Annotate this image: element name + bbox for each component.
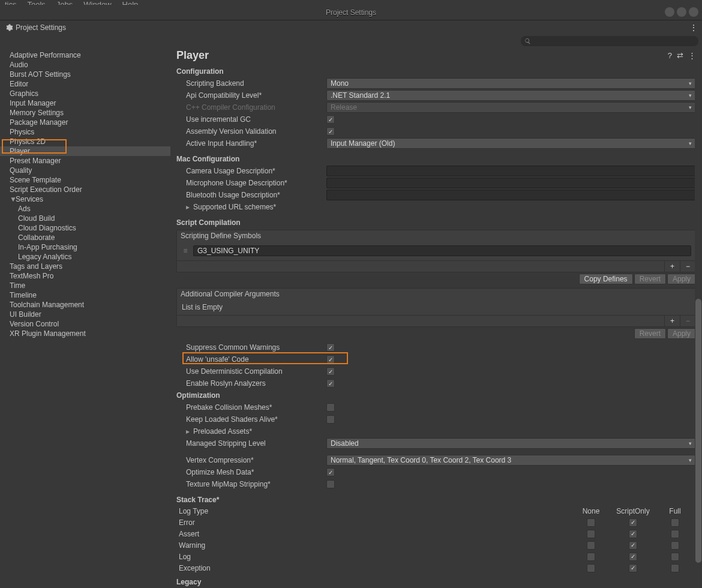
sidebar-item-burst-aot-settings[interactable]: Burst AOT Settings: [0, 70, 170, 79]
sidebar-item-quality[interactable]: Quality: [0, 166, 170, 175]
close-button[interactable]: [689, 7, 698, 17]
filter-icon[interactable]: ⇄: [677, 51, 683, 60]
sidebar-item-legacy-analytics[interactable]: Legacy Analytics: [0, 252, 170, 262]
sidebar-item-physics-2d[interactable]: Physics 2D: [0, 137, 170, 146]
revert-defines-button[interactable]: Revert: [634, 274, 666, 284]
checkbox-shaders-alive[interactable]: [326, 415, 335, 424]
foldout-url-schemes[interactable]: ▸Supported URL schemes*: [176, 203, 326, 211]
search-box[interactable]: [521, 36, 698, 46]
checkbox-prebake[interactable]: [326, 403, 335, 412]
define-symbol-input[interactable]: G3_USING_UNITY: [193, 245, 691, 256]
sidebar-item-time[interactable]: Time: [0, 281, 170, 290]
remove-arg-button[interactable]: −: [680, 316, 695, 326]
input-mic-desc[interactable]: [326, 178, 696, 188]
main-panel: Player ? ⇄ ⋮ Configuration Scripting Bac…: [170, 47, 702, 588]
tab-project-settings[interactable]: Project Settings: [0, 21, 72, 34]
menu-item[interactable]: tics: [5, 0, 17, 5]
drag-handle-icon[interactable]: ≡: [181, 247, 190, 255]
menubar: tics Tools Jobs Window Help: [0, 0, 702, 5]
add-define-button[interactable]: +: [664, 261, 680, 272]
sidebar-item-collaborate[interactable]: Collaborate: [0, 233, 170, 242]
checkbox-roslyn[interactable]: [326, 379, 335, 388]
checkbox-stack[interactable]: [671, 541, 679, 550]
minimize-button[interactable]: [665, 7, 674, 17]
checkbox-allow-unsafe[interactable]: [326, 355, 335, 364]
add-arg-button[interactable]: +: [664, 316, 680, 326]
help-icon[interactable]: ?: [668, 51, 672, 60]
checkbox-stack[interactable]: [671, 530, 679, 538]
sidebar-item-tags-and-layers[interactable]: Tags and Layers: [0, 262, 170, 271]
sidebar-item-scene-template[interactable]: Scene Template: [0, 175, 170, 185]
checkbox-deterministic[interactable]: [326, 367, 335, 376]
foldout-preloaded-assets[interactable]: ▸Preloaded Assets*: [176, 427, 326, 436]
sidebar-item-ads[interactable]: Ads: [0, 204, 170, 214]
sidebar-item-physics[interactable]: Physics: [0, 127, 170, 137]
select-vertex-comp[interactable]: Normal, Tangent, Tex Coord 0, Tex Coord …: [326, 455, 696, 466]
checkbox-incremental-gc[interactable]: [326, 115, 335, 124]
select-stripping[interactable]: Disabled▾: [326, 438, 696, 449]
checkbox-stack[interactable]: [587, 541, 595, 550]
sidebar-item-xr-plugin-management[interactable]: XR Plugin Management: [0, 329, 170, 338]
search-input[interactable]: [533, 37, 695, 46]
checkbox-mipmap[interactable]: [326, 480, 335, 488]
sidebar-item-graphics[interactable]: Graphics: [0, 89, 170, 98]
sidebar-item-input-manager[interactable]: Input Manager: [0, 98, 170, 108]
maximize-button[interactable]: [677, 7, 686, 17]
sidebar-item-cloud-diagnostics[interactable]: Cloud Diagnostics: [0, 223, 170, 233]
scrollbar[interactable]: [695, 47, 702, 588]
apply-defines-button[interactable]: Apply: [667, 274, 696, 284]
sidebar-item-script-execution-order[interactable]: Script Execution Order: [0, 185, 170, 194]
checkbox-stack[interactable]: [629, 518, 637, 527]
sidebar-item-timeline[interactable]: Timeline: [0, 290, 170, 300]
menu-item[interactable]: Tools: [28, 0, 46, 5]
apply-args-button[interactable]: Apply: [667, 328, 696, 339]
input-camera-desc[interactable]: [326, 166, 696, 176]
menu-item[interactable]: Help: [122, 0, 139, 5]
menu-item[interactable]: Window: [83, 0, 111, 5]
stack-row: Exception: [176, 562, 696, 574]
checkbox-stack[interactable]: [587, 530, 595, 538]
copy-defines-button[interactable]: Copy Defines: [579, 274, 633, 284]
sidebar-item-label: Script Execution Order: [10, 185, 82, 194]
checkbox-stack[interactable]: [629, 530, 637, 538]
checkbox-suppress-warnings[interactable]: [326, 343, 335, 352]
kebab-icon[interactable]: ⋮: [689, 23, 697, 32]
sidebar-item-in-app-purchasing[interactable]: In-App Purchasing: [0, 242, 170, 252]
sidebar-item-editor[interactable]: Editor: [0, 79, 170, 89]
sidebar-item-player[interactable]: Player: [0, 146, 170, 156]
sidebar-item-audio[interactable]: Audio: [0, 60, 170, 70]
sidebar-item-services[interactable]: ▼Services: [0, 194, 170, 204]
checkbox-stack[interactable]: [587, 518, 595, 527]
sidebar-item-ui-builder[interactable]: UI Builder: [0, 310, 170, 319]
checkbox-stack[interactable]: [587, 553, 595, 561]
sidebar-item-toolchain-management[interactable]: Toolchain Management: [0, 300, 170, 310]
revert-args-button[interactable]: Revert: [634, 328, 666, 339]
select-scripting-backend[interactable]: Mono▾: [326, 78, 696, 89]
label-suppress-warnings: Suppress Common Warnings: [176, 343, 326, 352]
checkbox-stack[interactable]: [671, 553, 679, 561]
scrollbar-thumb[interactable]: [695, 299, 701, 563]
stack-row-label: Log: [176, 553, 570, 561]
sidebar-item-package-manager[interactable]: Package Manager: [0, 118, 170, 127]
select-api-compat[interactable]: .NET Standard 2.1▾: [326, 90, 696, 101]
sidebar-item-adaptive-performance[interactable]: Adaptive Performance: [0, 50, 170, 60]
select-active-input[interactable]: Input Manager (Old)▾: [326, 138, 696, 149]
sidebar-item-preset-manager[interactable]: Preset Manager: [0, 156, 170, 166]
checkbox-stack[interactable]: [587, 564, 595, 572]
remove-define-button[interactable]: −: [680, 261, 695, 272]
checkbox-stack[interactable]: [629, 564, 637, 572]
input-bt-desc[interactable]: [326, 190, 696, 200]
checkbox-stack[interactable]: [629, 553, 637, 561]
sidebar-item-cloud-build[interactable]: Cloud Build: [0, 214, 170, 223]
expand-icon[interactable]: ▼: [10, 196, 16, 203]
checkbox-stack[interactable]: [629, 541, 637, 550]
menu-item[interactable]: Jobs: [56, 0, 73, 5]
checkbox-stack[interactable]: [671, 564, 679, 572]
checkbox-optimize-mesh[interactable]: [326, 468, 335, 476]
checkbox-asm-validation[interactable]: [326, 127, 335, 136]
checkbox-stack[interactable]: [671, 518, 679, 527]
sidebar-item-version-control[interactable]: Version Control: [0, 319, 170, 329]
sidebar-item-textmesh-pro[interactable]: TextMesh Pro: [0, 271, 170, 281]
sidebar-item-memory-settings[interactable]: Memory Settings: [0, 108, 170, 118]
label-bt-desc: Bluetooth Usage Description*: [176, 191, 326, 199]
